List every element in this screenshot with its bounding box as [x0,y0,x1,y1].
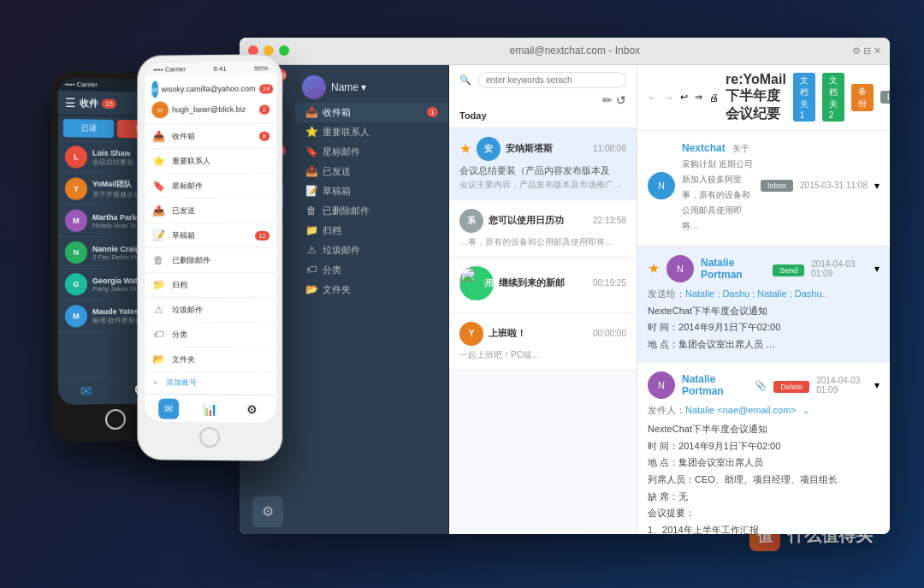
tag-4[interactable]: Inbox [880,91,890,104]
folder-item-category[interactable]: 🏷 分类 [295,260,448,280]
light-folder-starred[interactable]: 🔖 星标邮件 [145,173,276,199]
tag-1[interactable]: 文档关1 [793,73,815,122]
light-folder-draft[interactable]: 📝 草稿箱 12 [145,223,276,247]
light-folder-category[interactable]: 🏷 分类 [145,322,276,347]
email-sender-2: 您可以使用日历功 [489,214,588,227]
light-folder-contacts[interactable]: ⭐ 重要联系人 [145,148,276,174]
compose-button[interactable]: ✏ [602,93,613,107]
light-draft-icon: 📝 [151,229,165,242]
back-button[interactable]: ← [648,92,657,103]
mail-bottom-icon[interactable]: ✉ [159,398,180,419]
folder-item-contacts[interactable]: ⭐ 重要联系人 [295,122,448,142]
time-light: 9:41 [213,64,227,72]
email-avatar-1: 安 [477,137,500,161]
expand-icon-3[interactable]: ▾ [874,379,880,391]
light-folder-inbox[interactable]: 📥 收件箱 8 [145,123,276,149]
window-title: email@nextchat.com - Inbox [298,45,852,56]
account-1[interactable]: W wisoky.camilla@yahoo.com 24 ▾ [151,78,270,99]
light-folder-deleted[interactable]: 🗑 已删除邮件 [145,247,276,272]
reply-button[interactable]: ↩ [680,92,688,103]
email-preview-1: 会议主要内容，产品发布版本及市场推广… [459,179,626,191]
light-spam-label: 垃圾邮件 [172,304,203,315]
delete-tag: Delete [773,381,809,393]
mail-icon-dark[interactable]: ✉ [80,383,92,399]
phone-light-bottom: ✉ 📊 ⚙ [145,394,276,422]
tag-3[interactable]: 备份 [851,84,874,111]
light-folder-sent[interactable]: 📤 已发送 [145,198,276,223]
expand-icon-1[interactable]: ▾ [874,180,880,192]
email-item-3[interactable]: 用 继续到来的新邮 00:19:25 [449,258,637,313]
expand-recipients[interactable]: ⌄ [803,406,809,415]
settings-bottom-icon[interactable]: ⚙ [242,399,263,419]
light-contacts-label: 重要联系人 [172,155,210,166]
light-folder-archive[interactable]: 📁 归档 [145,272,276,297]
carrier-dark: •••• Carrier [65,80,98,88]
light-add-account[interactable]: ＋ 添加账号 [145,371,276,395]
add-account-label: 添加账号 [166,377,197,388]
chart-bottom-icon[interactable]: 📊 [200,398,221,419]
light-folder-files[interactable]: 📂 文件夹 [145,347,276,372]
message-tag-3: Delete [773,377,809,393]
email-avatar-2: 系 [459,209,483,233]
today-label: Today [459,110,626,121]
deleted-icon: 🗑 [305,205,317,217]
folder-item-folder[interactable]: 📂 文件夹 [295,280,448,300]
light-folder-spam[interactable]: ⚠ 垃圾邮件 [145,297,276,322]
phone-dark-home[interactable] [105,408,126,429]
refresh-button[interactable]: ↺ [616,93,626,107]
starred-icon: 🔖 [305,146,317,157]
read-btn[interactable]: 已读 [63,118,114,137]
light-deleted-icon: 🗑 [151,253,165,267]
sidebar-icon-archive[interactable]: ⚙ [252,496,283,527]
from-address-3: Natalie <nae@email.com> [685,405,797,415]
message-from-1: N Nextchat 关于采购计划 近期公司新加入较多阿里事，原有的设备和公用邮… [648,140,880,232]
message-body-2: NexteChat下半年度会议通知 时 间：2014年9月1日下午02:00 地… [648,304,880,353]
folder-item-archive[interactable]: 📁 归档 [295,221,448,241]
body-line-1: NexteChat下半年度会议通知 [648,304,880,319]
light-archive-label: 归档 [172,279,187,290]
tag-2[interactable]: 文档关2 [822,73,844,122]
light-sent-label: 已发送 [172,205,195,216]
email-message-1[interactable]: N Nextchat 关于采购计划 近期公司新加入较多阿里事，原有的设备和公用邮… [637,131,890,246]
email-item-4[interactable]: Y 上班啦！ 00:00:00 一起上班吧！PC端… [449,313,637,371]
carrier-light: •••• Carrier [153,65,186,73]
phone-light-home[interactable] [199,426,220,447]
folder-item-inbox[interactable]: 📥 收件箱 1 [295,103,448,122]
forward-all-button[interactable]: ⇒ [695,92,702,103]
back-icon-dark[interactable]: ☰ [65,95,76,109]
body3-line3: 地 点：集团会议室出席人员 [648,455,880,471]
search-input[interactable] [478,72,626,88]
folder-item-starred[interactable]: 🔖 星标邮件 [295,142,448,162]
light-category-label: 分类 [172,329,187,340]
email-item-1[interactable]: ★ 安 安纳斯塔斯 11:08:08 会议总结要装（产品内容发布版本及 会议主要… [449,128,637,200]
print-button[interactable]: 🖨 [709,92,719,103]
contacts-icon: ⭐ [305,126,317,138]
expand-icon-2[interactable]: ▾ [874,263,880,275]
account-2[interactable]: H hugh_beier@blick.biz 2 [151,98,270,120]
phone-light-statusbar: •••• Carrier 9:41 50% [145,62,276,75]
light-files-label: 文件夹 [172,353,195,365]
email-message-3[interactable]: N Natalie Portman 📎 Delete 2014-04-03 01… [637,363,890,533]
light-inbox-icon: 📥 [151,129,165,143]
body3-line7: 1、2014年上半年工作汇报 [648,523,880,534]
email-item-2[interactable]: 系 您可以使用日历功 22:13:58 …事，原有的设备和公用邮具使用即将… [449,200,637,258]
folder-item-sent[interactable]: 📤 已发送 [295,162,448,181]
message-from-2: ★ N Natalie Portman Send 2014-04-03 01:0… [648,255,880,282]
message-from-3: N Natalie Portman 📎 Delete 2014-04-03 01… [648,371,880,399]
forward-button[interactable]: → [664,92,673,103]
email-sender-4: 上班啦！ [489,327,588,340]
recipients-2: Natalie ; Dashu ; Natalie ; Dashu.. [685,288,827,299]
folder-item-spam[interactable]: ⚠ 垃圾邮件 [295,241,448,260]
search-label: 🔍 [459,74,471,86]
message-date-1: 2015-03-31 11:08 [800,181,868,190]
desktop-window: email@nextchat.com - Inbox ⚙ ⊟ ✕ 999 ✉ 👤… [240,38,890,534]
folder-item-deleted[interactable]: 🗑 已删除邮件 [295,201,448,221]
message-sender-name-1: Nextchat [682,142,726,154]
user-name: Name ▾ [331,81,366,93]
email-avatar-3: 用 [459,266,494,300]
message-about-1: 关于采购计划 近期公司新加入较多阿里事，原有的设备和公用邮具使用即将… [682,144,753,230]
folder-item-draft[interactable]: 📝 草稿箱 [295,181,448,201]
email-message-2[interactable]: ★ N Natalie Portman Send 2014-04-03 01:0… [637,246,890,364]
sent-icon: 📤 [305,165,317,177]
draft-icon: 📝 [305,185,317,197]
